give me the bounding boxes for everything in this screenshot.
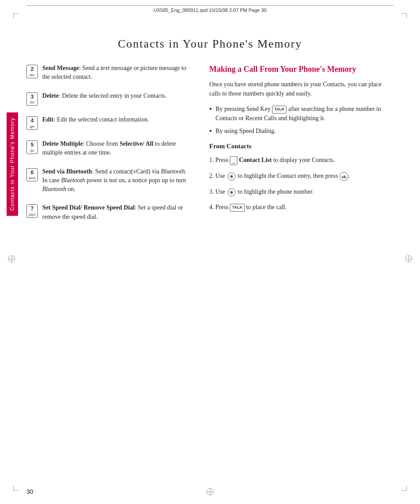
menu-text-delete-multiple: Delete Multiple: Choose from Selective/ … <box>42 140 192 158</box>
key-badge-6: 6 mno <box>26 168 38 182</box>
intro-text: Once you have stored phone numbers in yo… <box>209 80 394 98</box>
reg-mark-right <box>405 255 412 262</box>
page-title: Contacts in Your Phone's Memory <box>26 37 394 51</box>
ok-button-2: ok <box>339 172 348 181</box>
step-2: 2. Use to highlight the Contact entry, t… <box>209 171 394 181</box>
bullet-dot-1: • <box>209 105 212 113</box>
step-4: 4. Press TALK to place the call. <box>209 202 394 212</box>
reg-mark-bottom <box>206 488 214 495</box>
key-badge-2: 2 abc <box>26 65 38 78</box>
menu-item-bluetooth: 6 mno Send via Bluetooth: Send a contact… <box>26 167 192 194</box>
page-content: Contacts in Your Phone's Memory Contacts… <box>26 24 394 480</box>
menu-text-edit: Edit: Edit the selected contact informat… <box>42 115 149 124</box>
right-column: Making a Call From Your Phone's Memory O… <box>209 64 394 231</box>
header-bar: UX585_Eng_080911.qxd 10/15/08 2:07 PM Pa… <box>26 5 394 13</box>
left-column: 2 abc Send Message: Send a text message … <box>26 64 192 231</box>
menu-item-delete-multiple: 5 jkl Delete Multiple: Choose from Selec… <box>26 140 192 158</box>
bullet-list: • By pressing Send Key TALK after search… <box>209 104 394 136</box>
bullet-text-1: By pressing Send Key TALK after searchin… <box>216 104 394 123</box>
nav-icon-2 <box>228 173 236 180</box>
talk-key-step4: TALK <box>230 204 244 212</box>
corner-mark-tl <box>13 13 18 18</box>
section-title-making-call: Making a Call From Your Phone's Memory <box>209 64 394 74</box>
corner-mark-tr <box>402 13 407 18</box>
bullet-item-2: • By using Speed Dialing. <box>209 126 394 136</box>
corner-mark-bl <box>13 486 18 491</box>
sidebar-label: Contacts in Your Phone's Memory <box>7 112 18 216</box>
header-text: UX585_Eng_080911.qxd 10/15/08 2:07 PM Pa… <box>154 7 267 13</box>
key-badge-3: 3 def <box>26 92 38 106</box>
bullet-dot-2: • <box>209 127 212 135</box>
menu-item-delete: 3 def Delete: Delete the selected entry … <box>26 92 192 106</box>
menu-item-edit: 4 ghi Edit: Edit the selected contact in… <box>26 115 192 130</box>
corner-mark-br <box>402 486 407 491</box>
menu-text-delete: Delete: Delete the selected entry in you… <box>42 92 166 100</box>
bullet-text-2: By using Speed Dialing. <box>216 126 276 136</box>
key-badge-4: 4 ghi <box>26 116 38 130</box>
contacts-list-button: ⎯ <box>230 156 237 166</box>
step-1: 1. Press ⎯ Contact List to display your … <box>209 155 394 165</box>
from-contacts-title: From Contacts <box>209 143 394 150</box>
page-number: 30 <box>26 488 33 495</box>
menu-item-send-message: 2 abc Send Message: Send a text message … <box>26 64 192 82</box>
menu-item-speed-dial: 7 pqrs Set Speed Dial/ Remove Speed Dial… <box>26 203 192 221</box>
talk-key-inline-1: TALK <box>272 106 287 114</box>
menu-text-bluetooth: Send via Bluetooth: Send a contact(vCard… <box>42 167 192 194</box>
key-badge-5: 5 jkl <box>26 140 38 154</box>
nav-icon-3 <box>228 188 236 196</box>
menu-text-speed-dial: Set Speed Dial/ Remove Speed Dial: Set a… <box>42 203 192 221</box>
step-3: 3. Use to highlight the phone number. <box>209 187 394 196</box>
steps-list: 1. Press ⎯ Contact List to display your … <box>209 155 394 212</box>
key-badge-7: 7 pqrs <box>26 204 38 218</box>
menu-text-send-message: Send Message: Send a text message or pic… <box>42 64 192 82</box>
two-column-layout: 2 abc Send Message: Send a text message … <box>26 64 394 231</box>
reg-mark-left <box>8 255 15 262</box>
bullet-item-1: • By pressing Send Key TALK after search… <box>209 104 394 123</box>
